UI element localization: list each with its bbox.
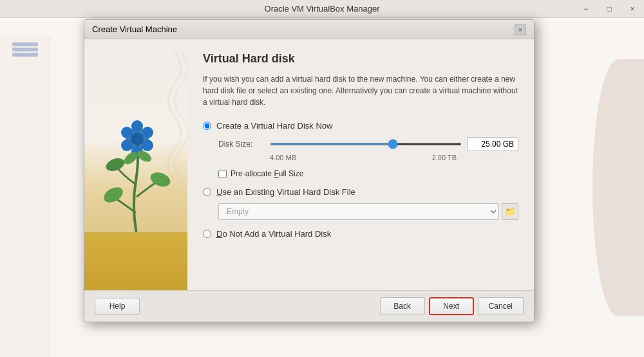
svg-point-7	[131, 120, 143, 132]
footer-right: Back Next Cancel	[380, 297, 524, 315]
create-now-option[interactable]: Create a Virtual Hard Disk Now	[203, 121, 518, 131]
section-title: Virtual Hard disk	[203, 52, 518, 66]
min-size-label: 4.00 MB	[270, 154, 296, 161]
disk-size-section: Disk Size: 4.00 MB 2.00 TB	[218, 137, 518, 161]
dialog-footer: Help Back Next Cancel	[84, 290, 534, 322]
disk-size-label: Disk Size:	[218, 140, 270, 149]
description-text: If you wish you can add a virtual hard d…	[203, 73, 518, 108]
footer-left: Help	[95, 298, 140, 315]
size-range-row: 4.00 MB 2.00 TB	[270, 154, 518, 161]
ground-section	[84, 232, 187, 290]
existing-disk-dropdown[interactable]: Empty	[218, 203, 499, 220]
use-existing-radio[interactable]	[203, 188, 211, 196]
disk-size-row: Disk Size:	[218, 137, 518, 151]
svg-point-8	[142, 127, 153, 138]
disk-size-input[interactable]	[467, 137, 518, 151]
dialog-right-content: Virtual Hard disk If you wish you can ad…	[187, 39, 534, 290]
dialog-illustration	[84, 39, 187, 290]
create-now-label: Create a Virtual Hard Disk Now	[216, 121, 332, 131]
help-button[interactable]: Help	[95, 298, 140, 315]
pre-allocate-row: Pre-allocate Full Size	[218, 169, 518, 178]
no-disk-radio[interactable]	[203, 230, 211, 238]
dialog-body: Virtual Hard disk If you wish you can ad…	[84, 39, 534, 290]
existing-disk-container: Empty 📁	[218, 203, 518, 220]
create-vm-dialog: Create Virtual Machine ×	[84, 19, 535, 322]
svg-point-12	[121, 127, 133, 138]
svg-point-11	[121, 140, 133, 151]
svg-point-13	[131, 133, 144, 145]
use-existing-label: Use an Existing Virtual Hard Disk File	[216, 187, 355, 197]
dialog-overlay: Create Virtual Machine ×	[0, 0, 644, 357]
pre-allocate-checkbox[interactable]	[218, 170, 227, 178]
browse-icon: 📁	[505, 206, 516, 217]
no-disk-label: Do Not Add a Virtual Hard Disk	[216, 229, 331, 239]
os-window: Oracle VM VirtualBox Manager − □ × File	[0, 0, 644, 357]
slider-container	[270, 143, 462, 145]
dialog-close-button[interactable]: ×	[515, 24, 526, 35]
max-size-label: 2.00 TB	[432, 154, 457, 161]
svg-point-9	[142, 140, 153, 151]
pre-allocate-label: Pre-allocate Full Size	[231, 169, 303, 178]
dialog-title-bar: Create Virtual Machine ×	[84, 20, 534, 39]
use-existing-option[interactable]: Use an Existing Virtual Hard Disk File	[203, 187, 518, 197]
no-disk-option[interactable]: Do Not Add a Virtual Hard Disk	[203, 229, 518, 239]
next-button[interactable]: Next	[429, 297, 474, 315]
browse-button[interactable]: 📁	[502, 203, 518, 220]
svg-point-5	[104, 156, 126, 173]
dialog-title-text: Create Virtual Machine	[92, 24, 177, 34]
disk-size-slider[interactable]	[270, 143, 462, 145]
create-now-radio[interactable]	[203, 122, 211, 130]
back-button[interactable]: Back	[380, 297, 425, 315]
cancel-button[interactable]: Cancel	[478, 297, 524, 315]
